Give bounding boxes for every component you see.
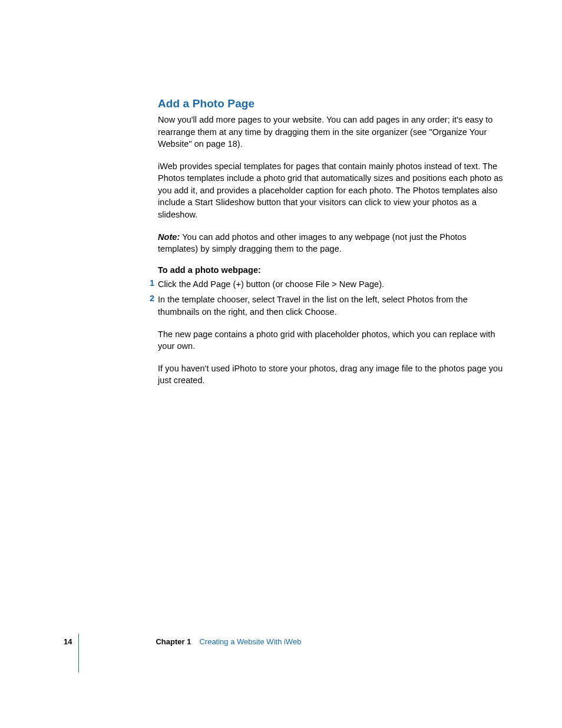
body-paragraph: If you haven't used iPhoto to store your… (158, 363, 505, 387)
page-number: 14 (64, 637, 72, 646)
body-paragraph: iWeb provides special templates for page… (158, 160, 505, 221)
chapter-label: Chapter 1 (156, 637, 191, 646)
note-paragraph: Note: You can add photos and other image… (158, 231, 505, 255)
page-footer: 14 Chapter 1 Creating a Website With iWe… (64, 637, 301, 646)
body-paragraph: The new page contains a photo grid with … (158, 328, 505, 353)
chapter-title: Creating a Website With iWeb (199, 637, 301, 646)
step-text: Click the Add Page (+) button (or choose… (158, 279, 384, 289)
body-paragraph: Now you'll add more pages to your websit… (158, 114, 505, 150)
note-text: You can add photos and other images to a… (158, 232, 467, 254)
section-heading: Add a Photo Page (158, 97, 505, 110)
document-page: Add a Photo Page Now you'll add more pag… (0, 0, 562, 728)
note-label: Note: (158, 232, 180, 242)
content-area: Add a Photo Page Now you'll add more pag… (158, 97, 505, 397)
step-number: 1 (150, 278, 154, 288)
list-item: 2 In the template chooser, select Travel… (158, 294, 505, 318)
step-text: In the template chooser, select Travel i… (158, 295, 468, 317)
step-number: 2 (150, 294, 154, 303)
list-item: 1 Click the Add Page (+) button (or choo… (158, 278, 505, 291)
step-list: 1 Click the Add Page (+) button (or choo… (158, 278, 505, 318)
subheading: To add a photo webpage: (158, 265, 505, 275)
footer-divider (78, 634, 79, 673)
